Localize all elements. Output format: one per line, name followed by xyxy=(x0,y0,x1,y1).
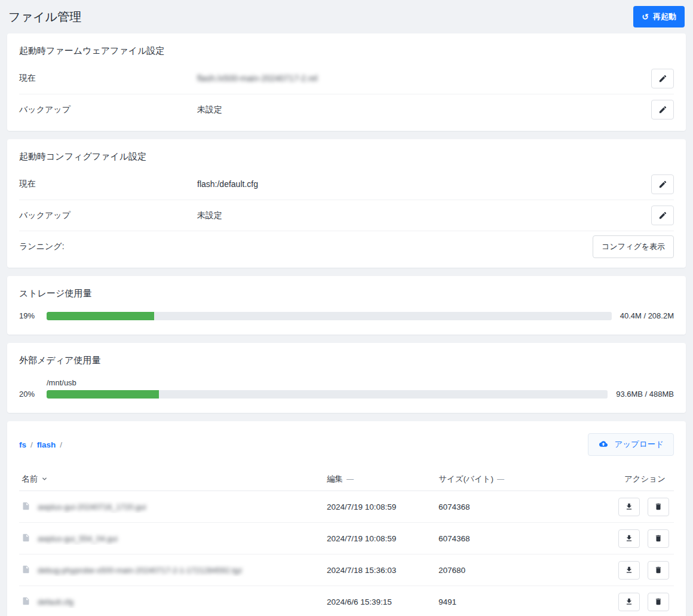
topbar: ファイル管理 ↺ 再起動 xyxy=(0,0,693,33)
external-media-card: 外部メディア使用量 /mnt/usb 20% 93.6MB / 488MB xyxy=(7,343,686,413)
file-table: 名前 編集 — サイズ(バイト) — アクション xyxy=(19,468,674,616)
breadcrumb-fs-link[interactable]: fs xyxy=(19,440,26,449)
column-header-name[interactable]: 名前 xyxy=(22,474,327,485)
config-current-label: 現在 xyxy=(19,179,197,189)
external-progress-bar xyxy=(47,390,608,399)
edit-config-current-button[interactable] xyxy=(651,174,674,194)
chevron-down-icon xyxy=(41,475,48,484)
file-table-header: 名前 編集 — サイズ(バイト) — アクション xyxy=(19,468,674,491)
trash-icon xyxy=(654,597,663,606)
file-size: 6074368 xyxy=(439,502,588,511)
file-icon xyxy=(22,532,30,545)
delete-button[interactable] xyxy=(648,498,669,516)
delete-button[interactable] xyxy=(648,529,669,548)
storage-progress-row: 19% 40.4M / 208.2M xyxy=(19,305,674,329)
download-icon xyxy=(625,566,633,574)
external-percent-label: 20% xyxy=(19,390,38,399)
download-icon xyxy=(625,502,633,511)
file-name[interactable]: debug-phyprobe-x500-main-20240717-2-1-17… xyxy=(38,566,243,575)
config-current-value: flash:/default.cfg xyxy=(197,179,651,189)
column-header-modified[interactable]: 編集 — xyxy=(327,474,439,485)
external-progress-row: 20% 93.6MB / 488MB xyxy=(19,388,674,407)
download-button[interactable] xyxy=(618,593,640,611)
storage-usage-value: 40.4M / 208.2M xyxy=(620,311,674,320)
download-button[interactable] xyxy=(618,529,640,548)
firmware-settings-card: 起動時ファームウェアファイル設定 現在 flash:/x500-main-202… xyxy=(7,33,686,131)
restart-button[interactable]: ↺ 再起動 xyxy=(633,6,685,27)
config-running-label: ランニング: xyxy=(19,241,197,252)
delete-button[interactable] xyxy=(648,593,669,611)
download-icon xyxy=(625,597,633,606)
file-name[interactable]: awplus-gui_554_04.gui xyxy=(38,534,118,543)
download-button[interactable] xyxy=(618,561,640,580)
config-current-row: 現在 flash:/default.cfg xyxy=(19,168,674,200)
table-row: debug-phyprobe-x500-main-20240717-2-1-17… xyxy=(19,554,674,586)
delete-button[interactable] xyxy=(648,561,669,580)
sort-none-icon: — xyxy=(497,475,504,483)
file-browser-header: fs / flash / アップロード xyxy=(19,430,674,463)
external-progress-fill xyxy=(47,390,159,399)
external-card-title: 外部メディア使用量 xyxy=(19,351,674,372)
file-modified: 2024/7/19 10:08:59 xyxy=(327,502,439,511)
download-button[interactable] xyxy=(618,498,640,516)
storage-card-title: ストレージ使用量 xyxy=(19,284,674,305)
mount-point-label: /mnt/usb xyxy=(47,378,674,387)
breadcrumb: fs / flash / xyxy=(19,440,62,449)
breadcrumb-flash-link[interactable]: flash xyxy=(37,440,56,449)
upload-button-label: アップロード xyxy=(614,439,664,450)
storage-progress-bar xyxy=(47,312,612,320)
file-modified: 2024/7/18 15:36:03 xyxy=(327,566,439,575)
table-row: default.cfg 2024/6/6 15:39:15 9491 xyxy=(19,586,674,616)
external-usage-value: 93.6MB / 488MB xyxy=(616,390,674,399)
file-icon xyxy=(22,596,30,608)
firmware-backup-value: 未設定 xyxy=(197,105,651,115)
trash-icon xyxy=(654,502,663,511)
storage-usage-card: ストレージ使用量 19% 40.4M / 208.2M xyxy=(7,276,686,335)
pencil-icon xyxy=(658,105,667,114)
pencil-icon xyxy=(658,74,667,83)
file-size: 207680 xyxy=(439,566,588,575)
file-modified: 2024/7/19 10:08:59 xyxy=(327,534,439,543)
config-settings-card: 起動時コンフィグファイル設定 現在 flash:/default.cfg バック… xyxy=(7,139,686,268)
file-icon xyxy=(22,501,30,513)
file-name[interactable]: awplus-gui-20240716_1720.gui xyxy=(38,502,146,511)
trash-icon xyxy=(654,534,663,543)
firmware-current-label: 現在 xyxy=(19,73,197,84)
edit-config-backup-button[interactable] xyxy=(651,206,674,225)
file-size: 6074368 xyxy=(439,534,588,543)
breadcrumb-separator: / xyxy=(60,440,62,449)
storage-percent-label: 19% xyxy=(19,311,38,320)
breadcrumb-separator: / xyxy=(30,440,33,449)
firmware-current-value: flash:/x500-main-20240717-2.rel xyxy=(197,73,651,83)
firmware-current-row: 現在 flash:/x500-main-20240717-2.rel xyxy=(19,63,674,94)
table-row: awplus-gui-20240716_1720.gui 2024/7/19 1… xyxy=(19,491,674,523)
file-icon xyxy=(22,564,30,577)
firmware-backup-row: バックアップ 未設定 xyxy=(19,94,674,125)
page-title: ファイル管理 xyxy=(8,9,81,25)
config-backup-label: バックアップ xyxy=(19,210,197,221)
firmware-backup-label: バックアップ xyxy=(19,105,197,115)
download-icon xyxy=(625,534,633,543)
config-backup-row: バックアップ 未設定 xyxy=(19,200,674,231)
edit-firmware-current-button[interactable] xyxy=(651,69,674,88)
pencil-icon xyxy=(658,180,667,189)
pencil-icon xyxy=(658,211,667,220)
upload-button[interactable]: アップロード xyxy=(588,433,674,456)
storage-progress-fill xyxy=(47,312,154,320)
config-card-title: 起動時コンフィグファイル設定 xyxy=(19,148,674,168)
config-backup-value: 未設定 xyxy=(197,210,651,221)
file-browser-card: fs / flash / アップロード 名前 編集 — サイ xyxy=(7,421,686,616)
edit-firmware-backup-button[interactable] xyxy=(651,100,674,119)
firmware-card-title: 起動時ファームウェアファイル設定 xyxy=(19,42,674,63)
file-name[interactable]: default.cfg xyxy=(38,597,73,606)
show-config-button[interactable]: コンフィグを表示 xyxy=(593,235,674,258)
file-modified: 2024/6/6 15:39:15 xyxy=(327,597,439,606)
column-header-size[interactable]: サイズ(バイト) — xyxy=(439,474,588,485)
file-size: 9491 xyxy=(439,597,588,606)
cloud-upload-icon xyxy=(598,440,609,450)
column-header-actions: アクション xyxy=(588,474,671,485)
restart-icon: ↺ xyxy=(642,13,649,21)
restart-button-label: 再起動 xyxy=(653,11,676,22)
trash-icon xyxy=(654,566,663,574)
config-running-row: ランニング: コンフィグを表示 xyxy=(19,231,674,262)
